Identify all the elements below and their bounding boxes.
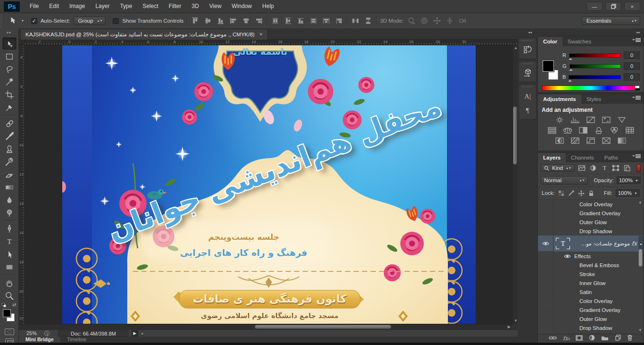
tool-preset-arrow-icon[interactable]: ▼: [21, 20, 24, 22]
filter-kind-dropdown[interactable]: Kind ▲▼: [541, 164, 575, 172]
delete-layer-button[interactable]: [627, 335, 633, 342]
fill-field[interactable]: 100%▼: [616, 189, 640, 197]
effects-group-row[interactable]: Effects: [538, 252, 644, 261]
align-top-edges-icon[interactable]: [190, 16, 200, 25]
3d-scale-icon[interactable]: [458, 16, 467, 25]
red-slider[interactable]: [569, 53, 621, 58]
tab-swatches[interactable]: Swatches: [562, 37, 596, 46]
blue-slider[interactable]: [569, 75, 621, 79]
quick-mask-button[interactable]: [5, 328, 14, 335]
tab-styles[interactable]: Styles: [581, 94, 606, 104]
visibility-gutter[interactable]: [538, 323, 553, 332]
align-bottom-edges-icon[interactable]: [216, 16, 225, 25]
tab-channels[interactable]: Channels: [566, 153, 599, 162]
vertical-scroll-thumb[interactable]: [513, 106, 517, 165]
scroll-right-icon[interactable]: ▶: [508, 325, 511, 329]
distribute-heights-icon[interactable]: [363, 16, 373, 25]
menu-select[interactable]: Select: [137, 0, 163, 13]
expand-panels-icon[interactable]: ◂◂: [528, 30, 532, 34]
blur-tool[interactable]: [2, 194, 17, 206]
status-options-button[interactable]: ▶: [132, 330, 138, 337]
tab-adjustments[interactable]: Adjustments: [538, 94, 581, 104]
distribute-top-edges-icon[interactable]: [271, 16, 280, 25]
visibility-gutter[interactable]: [538, 252, 553, 261]
menu-file[interactable]: File: [25, 0, 44, 13]
pen-tool[interactable]: [2, 222, 17, 235]
distribute-widths-icon[interactable]: [351, 16, 360, 25]
layer-effect-row[interactable]: Color Overlay: [538, 200, 644, 209]
tab-color[interactable]: Color: [538, 37, 562, 46]
layer-effect-row[interactable]: Outer Glow: [538, 314, 644, 323]
panel-menu-icon[interactable]: [636, 40, 641, 41]
collapse-panels-icon[interactable]: ▸▸: [636, 30, 640, 34]
menu-edit[interactable]: Edit: [44, 0, 64, 13]
auto-select-dropdown[interactable]: Group ▲▼: [74, 17, 106, 25]
new-group-button[interactable]: [601, 335, 609, 342]
menu-image[interactable]: Image: [64, 0, 90, 13]
distribute-right-edges-icon[interactable]: [334, 16, 344, 25]
workspace-switcher[interactable]: Essentials ▲▼: [582, 17, 640, 25]
posterize-icon[interactable]: [570, 136, 581, 144]
minimize-button[interactable]: —: [586, 2, 603, 11]
visibility-gutter[interactable]: [538, 269, 553, 278]
gradient-tool[interactable]: [2, 181, 17, 194]
rectangle-tool[interactable]: [2, 261, 17, 273]
pixel-layers-filter-icon[interactable]: [578, 165, 586, 172]
menu-window[interactable]: Window: [227, 0, 257, 13]
lock-all-icon[interactable]: [588, 190, 594, 196]
3d-drag-icon[interactable]: [432, 16, 442, 25]
zoom-level-field[interactable]: 25%: [26, 330, 37, 336]
type-layers-filter-icon[interactable]: T: [601, 165, 609, 172]
channel-mixer-icon[interactable]: [609, 126, 620, 134]
red-value[interactable]: 0: [624, 51, 640, 59]
magic-wand-tool[interactable]: [2, 76, 17, 88]
menu-type[interactable]: Type: [115, 0, 137, 13]
lasso-tool[interactable]: [2, 63, 17, 76]
layer-effect-row[interactable]: Gradient Overlay: [538, 209, 644, 218]
visibility-gutter[interactable]: [538, 261, 553, 269]
lock-move-icon[interactable]: [578, 190, 585, 196]
default-colors-icon[interactable]: [2, 303, 7, 307]
menu-view[interactable]: View: [204, 0, 227, 13]
gradient-map-icon[interactable]: [601, 136, 612, 144]
status-clock-icon[interactable]: [44, 331, 50, 336]
history-panel-button[interactable]: [519, 43, 536, 57]
visibility-gutter[interactable]: [538, 305, 553, 314]
green-value[interactable]: 0: [624, 62, 640, 70]
visibility-gutter[interactable]: [538, 227, 553, 236]
blue-value[interactable]: 0: [624, 73, 640, 81]
layer-effect-row[interactable]: Bevel & Emboss: [538, 261, 644, 269]
layer-effect-row[interactable]: Drop Shadow: [538, 227, 644, 236]
distribute-vertical-centers-icon[interactable]: [283, 16, 293, 25]
foreground-color-swatch[interactable]: [3, 309, 11, 317]
levels-icon[interactable]: [570, 116, 581, 124]
scroll-up-icon[interactable]: ▲: [514, 46, 518, 50]
swap-colors-icon[interactable]: ⇄: [12, 302, 16, 307]
visibility-gutter[interactable]: [538, 296, 553, 305]
threshold-icon[interactable]: [585, 136, 596, 144]
ruler-origin[interactable]: [19, 40, 25, 45]
slider-thumb[interactable]: [568, 78, 572, 82]
eyedropper-tool[interactable]: [2, 101, 17, 114]
zoom-tool[interactable]: [2, 289, 17, 302]
panel-grip[interactable]: [522, 86, 533, 87]
hue-saturation-icon[interactable]: [546, 126, 558, 134]
align-left-edges-icon[interactable]: [229, 16, 238, 25]
scroll-down-icon[interactable]: ▼: [638, 328, 642, 332]
3d-properties-panel-button[interactable]: [519, 66, 536, 80]
clone-stamp-tool[interactable]: [2, 143, 17, 155]
layer-effect-row[interactable]: Inner Glow: [538, 278, 644, 287]
horizontal-scrollbar[interactable]: ▶: [19, 324, 512, 329]
show-transform-checkbox[interactable]: [113, 18, 119, 24]
menu-layer[interactable]: Layer: [90, 0, 115, 13]
adjustment-layers-filter-icon[interactable]: [589, 165, 597, 172]
text-layer-thumbnail[interactable]: T: [556, 238, 570, 249]
slider-thumb[interactable]: [569, 67, 573, 71]
tab-paths[interactable]: Paths: [599, 153, 623, 162]
spot-healing-brush-tool[interactable]: [2, 117, 17, 130]
distribute-bottom-edges-icon[interactable]: [296, 16, 305, 25]
black-swatch[interactable]: [635, 88, 639, 91]
layer-effect-row[interactable]: Outer Glow: [538, 218, 644, 227]
scroll-down-icon[interactable]: ▼: [514, 319, 518, 323]
menu-help[interactable]: Help: [257, 0, 279, 13]
